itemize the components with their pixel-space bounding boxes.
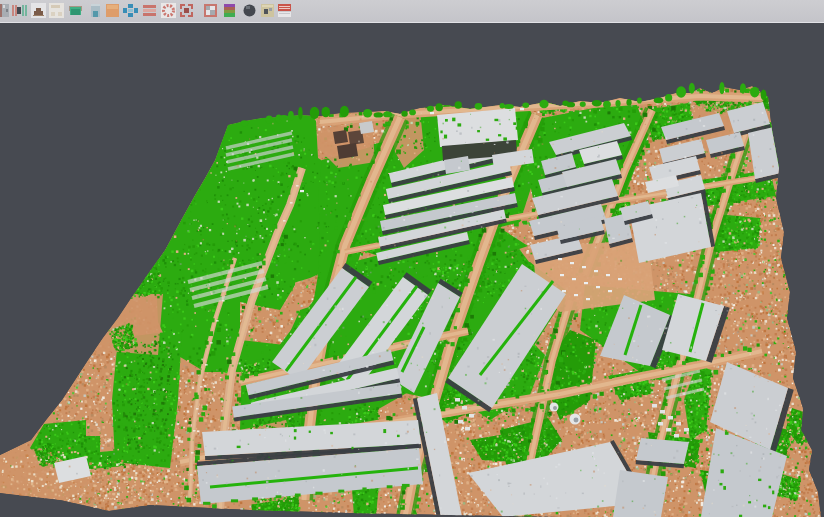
rasterize-icon[interactable] <box>203 3 218 18</box>
3d-viewport[interactable] <box>0 23 824 517</box>
terrain-mound-icon[interactable] <box>31 3 46 18</box>
color-ramp-icon[interactable] <box>222 3 237 18</box>
building-roof <box>333 130 348 144</box>
column-icon[interactable] <box>88 3 103 18</box>
red-stripes-icon[interactable] <box>142 3 157 18</box>
connected-components-icon[interactable] <box>123 3 138 18</box>
register-pair-icon[interactable] <box>12 3 27 18</box>
application-window <box>0 0 824 517</box>
faint-sheet-icon[interactable] <box>49 3 64 18</box>
main-toolbar <box>0 0 824 23</box>
selection-brackets-icon[interactable] <box>179 3 194 18</box>
building-roof <box>613 470 668 517</box>
clipped-edge-icon[interactable] <box>0 3 11 18</box>
dark-sphere-icon[interactable] <box>242 3 257 18</box>
point-cloud-render[interactable] <box>0 23 824 517</box>
green-bucket-icon[interactable] <box>68 3 83 18</box>
contour-terrain-icon[interactable] <box>260 3 275 18</box>
red-ring-icon[interactable] <box>161 3 176 18</box>
orange-square-icon[interactable] <box>105 3 120 18</box>
building-roof <box>359 121 374 134</box>
red-table-icon[interactable] <box>277 3 292 18</box>
building-roof <box>636 438 689 464</box>
